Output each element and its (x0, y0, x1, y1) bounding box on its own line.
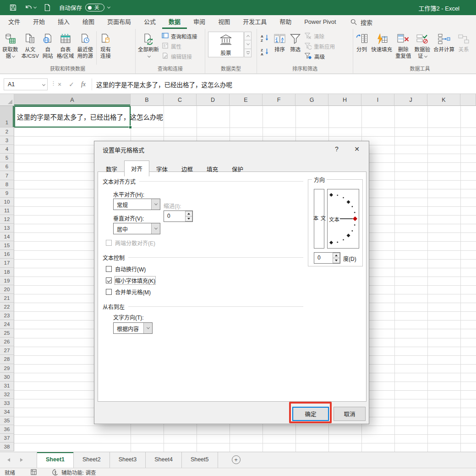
search-box[interactable]: 搜索 (350, 15, 372, 29)
dialog-tab-3[interactable]: 边框 (175, 161, 200, 177)
row-header-35[interactable]: 35 (0, 416, 14, 425)
row-header-20[interactable]: 20 (0, 285, 14, 294)
menu-tab-2[interactable]: 插入 (51, 15, 76, 29)
next-sheet-icon[interactable] (20, 458, 23, 462)
column-header-J[interactable]: J (394, 94, 427, 106)
flash-fill-button[interactable]: 快速填充 (370, 30, 394, 54)
dialog-tab-2[interactable]: 字体 (149, 161, 175, 177)
accessibility-status[interactable]: 辅助功能: 调查 (52, 469, 96, 476)
name-box[interactable]: A1 (4, 78, 48, 90)
enter-entry-button[interactable]: ✓ (66, 78, 77, 90)
row-header-6[interactable]: 6 (0, 162, 14, 171)
row-header-21[interactable]: 21 (0, 294, 14, 303)
autosave-toggle[interactable]: 自动保存 关 (59, 3, 110, 12)
column-header-I[interactable]: I (361, 94, 394, 106)
advanced-filter-button[interactable]: 高级 (304, 52, 335, 61)
row-header-15[interactable]: 15 (0, 241, 14, 250)
queries-connections-button[interactable]: 查询和连接 (162, 32, 197, 40)
merge-cells-row[interactable]: 合并单元格(M) (106, 288, 151, 296)
new-file-button[interactable] (44, 4, 51, 11)
row-header-31[interactable]: 31 (0, 382, 14, 390)
column-header-E[interactable]: E (230, 94, 263, 106)
row-header-30[interactable]: 30 (0, 373, 14, 382)
existing-connections-button[interactable]: 现有连接 (98, 30, 113, 60)
text-direction-select[interactable]: 根据内容 (113, 322, 153, 334)
column-header-G[interactable]: G (295, 94, 328, 106)
new-sheet-button[interactable]: + (232, 455, 241, 464)
cancel-entry-button[interactable]: × (54, 78, 65, 90)
select-all-corner[interactable] (0, 94, 14, 106)
previous-sheet-icon[interactable] (7, 458, 10, 462)
dialog-close-button[interactable]: ✕ (350, 144, 364, 154)
row-header-29[interactable]: 29 (0, 364, 14, 373)
column-header-F[interactable]: F (263, 94, 295, 106)
column-header-A[interactable]: A (14, 94, 131, 106)
column-header-D[interactable]: D (197, 94, 230, 106)
data-validation-button[interactable]: 数据验证 (413, 30, 432, 60)
row-header-38[interactable]: 38 (0, 443, 14, 451)
degrees-spinner[interactable]: 0 (314, 252, 340, 264)
text-to-columns-button[interactable]: 分列 (354, 30, 369, 54)
horizontal-align-select[interactable]: 常规 (113, 199, 160, 210)
row-header-7[interactable]: 7 (0, 171, 14, 180)
recent-sources-button[interactable]: 最近使用的源 (76, 30, 95, 60)
row-header-19[interactable]: 19 (0, 277, 14, 285)
row-header-24[interactable]: 24 (0, 320, 14, 329)
shrink-to-fit-checkbox[interactable] (106, 277, 112, 283)
from-table-range-button[interactable]: 自表格/区域 (55, 30, 76, 60)
row-header-10[interactable]: 10 (0, 198, 14, 206)
undo-dropdown-icon[interactable] (33, 6, 37, 9)
insert-function-button[interactable]: fx (78, 78, 89, 90)
column-header-B[interactable]: B (131, 94, 164, 106)
row-header-22[interactable]: 22 (0, 303, 14, 311)
row-header-18[interactable]: 18 (0, 268, 14, 277)
dropdown-arrow-icon[interactable] (151, 199, 160, 210)
row-header-33[interactable]: 33 (0, 399, 14, 408)
row-header-12[interactable]: 12 (0, 215, 14, 224)
row-header-8[interactable]: 8 (0, 180, 14, 189)
menu-tab-0[interactable]: 文件 (2, 15, 27, 29)
vertical-text-option[interactable]: 文 本 (314, 189, 324, 249)
dialog-tab-5[interactable]: 保护 (225, 161, 250, 177)
merge-cells-checkbox[interactable] (106, 289, 112, 295)
sheet-tab-sheet3[interactable]: Sheet3 (110, 452, 146, 468)
remove-duplicates-button[interactable]: 删除重复值 (394, 30, 413, 60)
row-header-27[interactable]: 27 (0, 346, 14, 355)
wrap-text-checkbox[interactable] (106, 266, 112, 272)
menu-tab-3[interactable]: 绘图 (76, 15, 101, 29)
row-header-17[interactable]: 17 (0, 259, 14, 267)
get-data-button[interactable]: 获取数据 (1, 30, 20, 60)
sheet-tab-sheet5[interactable]: Sheet5 (182, 452, 218, 468)
menu-tab-9[interactable]: 开发工具 (236, 15, 273, 29)
sort-button[interactable]: ZAAZ排序 (272, 30, 287, 54)
save-button[interactable] (9, 4, 17, 11)
gallery-up-button[interactable] (244, 32, 252, 40)
name-box-dropdown-icon[interactable] (42, 83, 45, 86)
cancel-button[interactable]: 取消 (334, 407, 366, 421)
dropdown-arrow-icon[interactable] (143, 323, 152, 333)
row-header-11[interactable]: 11 (0, 206, 14, 215)
refresh-all-button[interactable]: 全部刷新 (137, 30, 160, 60)
indent-down-button[interactable] (185, 216, 192, 221)
from-web-button[interactable]: 自网站 (41, 30, 55, 60)
macro-record-icon[interactable] (31, 469, 37, 475)
dropdown-arrow-icon[interactable] (151, 223, 160, 234)
row-header-3[interactable]: 3 (0, 136, 14, 145)
row-header-9[interactable]: 9 (0, 189, 14, 198)
stocks-button[interactable]: 股票 (208, 32, 244, 57)
gallery-more-button[interactable] (244, 49, 252, 57)
row-header-26[interactable]: 26 (0, 338, 14, 346)
shrink-to-fit-row[interactable]: 缩小字体填充(K) (106, 277, 155, 284)
column-header-K[interactable]: K (427, 94, 460, 106)
row-header-13[interactable]: 13 (0, 224, 14, 232)
vertical-align-select[interactable]: 居中 (113, 223, 160, 234)
dialog-help-button[interactable]: ? (330, 144, 343, 154)
row-header-34[interactable]: 34 (0, 408, 14, 416)
undo-button[interactable] (24, 4, 36, 12)
row-header-5[interactable]: 5 (0, 154, 14, 162)
sheet-tab-sheet1[interactable]: Sheet1 (37, 452, 74, 468)
from-text-csv-button[interactable]: 从文本/CSV (20, 30, 40, 60)
sheet-tab-sheet2[interactable]: Sheet2 (74, 452, 110, 468)
row-header-23[interactable]: 23 (0, 311, 14, 320)
filter-button[interactable]: 筛选 (288, 30, 303, 54)
